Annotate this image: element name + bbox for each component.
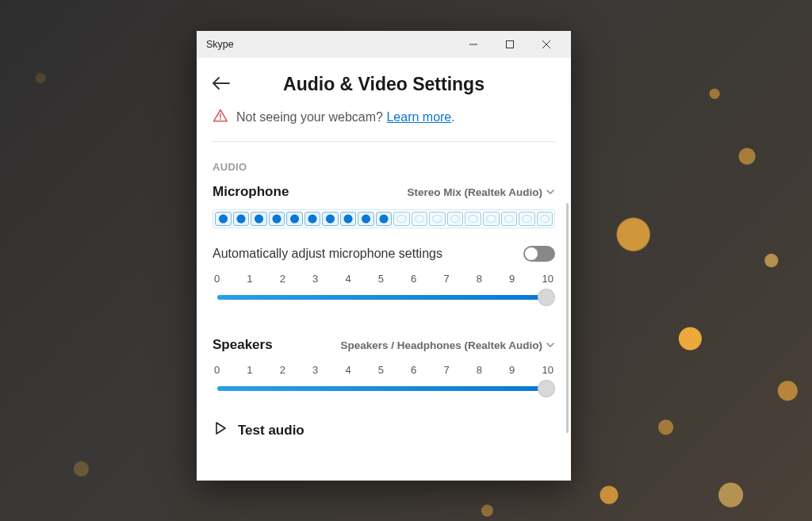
level-cell bbox=[412, 212, 428, 226]
slider-track bbox=[217, 386, 550, 391]
speakers-slider-ticks: 012345678910 bbox=[213, 364, 555, 376]
slider-thumb[interactable] bbox=[538, 289, 555, 306]
maximize-button[interactable] bbox=[492, 31, 528, 58]
level-cell bbox=[304, 212, 321, 226]
microphone-label: Microphone bbox=[213, 184, 289, 200]
slider-tick: 10 bbox=[542, 273, 553, 285]
microphone-slider-ticks: 012345678910 bbox=[213, 273, 555, 285]
microphone-level-meter bbox=[213, 209, 555, 228]
level-cell bbox=[519, 212, 535, 226]
window-title: Skype bbox=[206, 39, 455, 50]
test-audio-button[interactable]: Test audio bbox=[213, 420, 555, 440]
level-cell bbox=[393, 212, 410, 226]
speakers-volume-slider[interactable] bbox=[213, 379, 555, 398]
speakers-label: Speakers bbox=[213, 337, 273, 353]
microphone-device-dropdown[interactable]: Stereo Mix (Realtek Audio) bbox=[407, 186, 555, 198]
slider-tick: 0 bbox=[214, 273, 220, 285]
slider-tick: 9 bbox=[509, 273, 515, 285]
svg-point-2 bbox=[220, 118, 221, 120]
slider-tick: 3 bbox=[312, 364, 318, 376]
webcam-warning-message: Not seeing your webcam? bbox=[236, 110, 386, 124]
webcam-warning-row: Not seeing your webcam? Learn more. bbox=[213, 108, 555, 142]
microphone-volume-block: 012345678910 bbox=[213, 273, 555, 307]
slider-tick: 3 bbox=[312, 273, 318, 285]
learn-more-link[interactable]: Learn more bbox=[386, 110, 451, 124]
speakers-device-dropdown[interactable]: Speakers / Headphones (Realtek Audio) bbox=[340, 339, 555, 351]
level-cell bbox=[537, 212, 553, 226]
level-cell bbox=[376, 212, 393, 226]
webcam-warning-text: Not seeing your webcam? Learn more. bbox=[236, 110, 455, 125]
slider-thumb[interactable] bbox=[538, 380, 555, 397]
slider-tick: 4 bbox=[345, 364, 350, 376]
microphone-row: Microphone Stereo Mix (Realtek Audio) bbox=[213, 184, 555, 200]
slider-tick: 2 bbox=[280, 364, 285, 376]
slider-tick: 1 bbox=[247, 273, 252, 285]
level-cell bbox=[358, 212, 374, 226]
close-button[interactable] bbox=[528, 31, 565, 58]
auto-adjust-row: Automatically adjust microphone settings bbox=[213, 246, 555, 262]
level-cell bbox=[483, 212, 500, 226]
back-button[interactable] bbox=[213, 75, 235, 94]
speakers-device-name: Speakers / Headphones (Realtek Audio) bbox=[340, 339, 542, 351]
slider-tick: 2 bbox=[280, 273, 285, 285]
play-icon bbox=[213, 420, 228, 440]
slider-tick: 0 bbox=[214, 364, 220, 376]
settings-content: Not seeing your webcam? Learn more. AUDI… bbox=[197, 108, 571, 481]
audio-section-label: AUDIO bbox=[213, 161, 555, 173]
speakers-volume-block: 012345678910 bbox=[213, 364, 555, 398]
level-cell bbox=[233, 212, 250, 226]
slider-tick: 9 bbox=[509, 364, 515, 376]
level-cell bbox=[322, 212, 339, 226]
level-cell bbox=[501, 212, 518, 226]
slider-tick: 6 bbox=[411, 273, 416, 285]
chevron-down-icon bbox=[546, 340, 555, 350]
auto-adjust-label: Automatically adjust microphone settings bbox=[213, 247, 442, 261]
level-cell bbox=[251, 212, 267, 226]
svg-rect-0 bbox=[507, 41, 514, 48]
auto-adjust-toggle[interactable] bbox=[523, 246, 555, 262]
chevron-down-icon bbox=[546, 187, 555, 197]
slider-tick: 5 bbox=[378, 273, 384, 285]
skype-window: Skype Audio & Video Settings bbox=[197, 31, 571, 481]
level-cell bbox=[215, 212, 232, 226]
titlebar[interactable]: Skype bbox=[197, 31, 571, 58]
slider-tick: 4 bbox=[345, 273, 350, 285]
slider-tick: 8 bbox=[477, 273, 482, 285]
level-cell bbox=[286, 212, 303, 226]
level-cell bbox=[465, 212, 481, 226]
test-audio-label: Test audio bbox=[238, 423, 304, 439]
slider-tick: 7 bbox=[443, 273, 449, 285]
slider-tick: 8 bbox=[477, 364, 482, 376]
desktop-background: Skype Audio & Video Settings bbox=[0, 0, 812, 521]
webcam-warning-suffix: . bbox=[451, 110, 454, 124]
slider-tick: 1 bbox=[247, 364, 252, 376]
warning-icon bbox=[213, 108, 228, 127]
level-cell bbox=[269, 212, 285, 226]
page-header: Audio & Video Settings bbox=[197, 58, 571, 108]
minimize-button[interactable] bbox=[455, 31, 492, 58]
level-cell bbox=[447, 212, 464, 226]
slider-tick: 5 bbox=[378, 364, 384, 376]
microphone-volume-slider[interactable] bbox=[213, 288, 555, 307]
slider-tick: 7 bbox=[443, 364, 449, 376]
speakers-row: Speakers Speakers / Headphones (Realtek … bbox=[213, 337, 555, 353]
level-cell bbox=[429, 212, 446, 226]
microphone-device-name: Stereo Mix (Realtek Audio) bbox=[407, 186, 542, 198]
slider-track bbox=[217, 295, 550, 300]
slider-tick: 6 bbox=[411, 364, 416, 376]
page-title: Audio & Video Settings bbox=[235, 74, 533, 95]
slider-tick: 10 bbox=[542, 364, 553, 376]
scrollbar[interactable] bbox=[566, 203, 569, 433]
level-cell bbox=[340, 212, 357, 226]
